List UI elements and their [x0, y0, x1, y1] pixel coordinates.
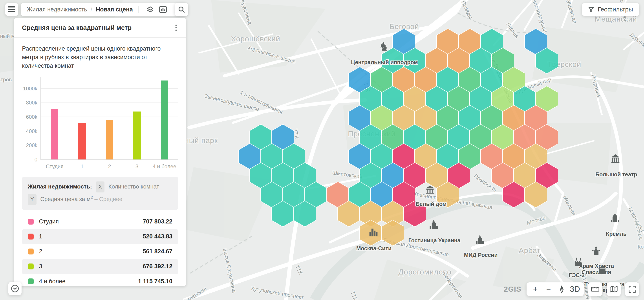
search-icon [178, 6, 185, 13]
map-street-label: Правды [460, 0, 474, 20]
kebab-menu-icon [175, 24, 177, 31]
x-axis-badge: X [96, 182, 104, 192]
fullscreen-button[interactable] [625, 282, 639, 296]
factory-icon [575, 258, 582, 266]
geofilters-button[interactable]: Геофильтры [582, 3, 639, 16]
map-street-label: Филёвская [182, 286, 208, 300]
map-poi-label: Гостиница Украина [408, 237, 460, 244]
zoom-out-button[interactable]: − [542, 282, 555, 296]
map-poi-label: Храм Христа [579, 263, 614, 269]
legend-label: 1 [39, 233, 42, 240]
legend-row[interactable]: 2561 824.67 [22, 244, 178, 259]
layers-button[interactable] [144, 3, 156, 16]
collapse-panel-button[interactable] [8, 282, 22, 295]
geofilters-label: Геофильтры [598, 6, 633, 13]
theater-icon [612, 154, 620, 163]
zoom-controls: + − 3D [526, 282, 584, 296]
map-controls: 2GIS + − 3D [504, 282, 639, 296]
map-street-label: ТТК [294, 264, 304, 275]
y-tick-label: 400k [26, 128, 38, 134]
y-axis-badge: Y [28, 194, 36, 205]
map-street-label: стров [0, 76, 12, 82]
map-street-label: Шмитовский [332, 170, 363, 180]
3d-mode-button[interactable]: 3D [568, 282, 582, 296]
map-poi-label: Белый дом [416, 201, 447, 207]
map-poi-label: Москва-Сити [356, 245, 392, 252]
map-street-label: Кот [638, 244, 644, 250]
2gis-logo[interactable]: 2GIS [504, 285, 521, 294]
tower-icon [430, 220, 438, 229]
widget-menu-button[interactable] [171, 22, 181, 33]
x-tick-label: Студия [41, 164, 68, 170]
map-district-label: ный парк [185, 136, 218, 144]
widget-title: Средняя цена за квадратный метр [22, 24, 132, 32]
horse-icon: ♞ [379, 40, 389, 53]
breadcrumb-current[interactable]: Новая сцена [96, 6, 133, 13]
map-street-label: ТТК [350, 290, 358, 300]
legend-color-chip [28, 234, 34, 240]
map-district-label: Арбат [519, 246, 540, 254]
x-axis-field: Количество комнат [108, 183, 159, 190]
y-tick-label: 200k [26, 142, 38, 148]
hamburger-menu-button[interactable] [5, 3, 18, 16]
map-street-label: Моховая [562, 195, 577, 216]
legend-row[interactable]: 3676 392.12 [22, 259, 178, 274]
cathedral-icon [592, 246, 600, 255]
y-tick-label: 800k [26, 100, 38, 106]
legend-label: 4 и более [39, 278, 66, 285]
breadcrumb: Жилая недвижимость / Новая сцена [21, 3, 186, 16]
zoom-in-button[interactable]: + [529, 282, 542, 296]
y-axis-aggregation: – Среднее [94, 196, 122, 202]
legend-color-chip [28, 278, 34, 284]
bar-chart: 0200k400k600k800k1000k Студия1234 и боле… [22, 77, 178, 170]
x-tick-label: 1 [68, 164, 96, 170]
map-poi-label: Кремль [606, 231, 626, 237]
legend-row[interactable]: Студия707 803.22 [22, 214, 178, 229]
y-axis-field: Средняя цена за м2 [40, 196, 93, 202]
widget-description: Распределение средней цены одного квадра… [22, 44, 178, 70]
bar-Студия[interactable] [51, 109, 58, 160]
ruler-icon [591, 286, 599, 292]
tower-icon [476, 235, 484, 244]
legend-value: 1 115 745.10 [138, 278, 172, 285]
breadcrumb-separator: / [90, 6, 92, 13]
bar-1[interactable] [78, 123, 86, 160]
legend-color-chip [28, 248, 34, 254]
widget-header: Средняя цена за квадратный метр [14, 18, 186, 38]
chart-legend: Студия707 803.221520 443.832561 824.6736… [22, 214, 178, 286]
ruler-button[interactable] [588, 282, 602, 296]
widget-panel: Средняя цена за квадратный метр Распреде… [14, 18, 186, 286]
legend-label: 2 [39, 248, 42, 255]
chevron-down-circle-icon [11, 284, 19, 293]
map-poi-label: ГЭС-2 [569, 272, 584, 278]
dataset-descriptor: Жилая недвижимость: X Количество комнат … [22, 176, 178, 210]
y-tick-label: 0 [34, 156, 38, 163]
bar-3[interactable] [133, 112, 141, 160]
breadcrumb-parent[interactable]: Жилая недвижимость [27, 6, 87, 13]
map-poi-label: Спасителя [582, 269, 611, 275]
legend-color-chip [28, 218, 34, 224]
compass-button[interactable] [555, 282, 568, 296]
fullscreen-icon [628, 286, 636, 293]
map-poi-label: Большой театр [596, 171, 637, 178]
bar-chart-icon [159, 6, 167, 13]
legend-row[interactable]: 1520 443.83 [22, 229, 178, 244]
bar-2[interactable] [106, 120, 113, 160]
legend-value: 561 824.67 [143, 248, 172, 255]
legend-row[interactable]: 4 и более1 115 745.10 [22, 274, 178, 286]
map-style-button[interactable] [606, 282, 621, 296]
legend-value: 676 392.12 [143, 263, 172, 270]
legend-label: 3 [39, 263, 42, 270]
widgets-button[interactable] [156, 3, 169, 16]
y-tick-label: 600k [26, 114, 38, 120]
chart-y-axis: 0200k400k600k800k1000k [22, 77, 40, 160]
search-button[interactable] [175, 3, 188, 16]
compass-needle-icon [559, 285, 564, 294]
legend-value: 520 443.83 [143, 233, 172, 240]
dataset-name: Жилая недвижимость: [28, 183, 92, 190]
bar-4 и более[interactable] [161, 80, 168, 160]
hamburger-icon [8, 6, 16, 12]
legend-label: Студия [39, 218, 59, 225]
filter-funnel-icon [588, 6, 594, 12]
chart-x-axis: Студия1234 и более [41, 164, 178, 170]
